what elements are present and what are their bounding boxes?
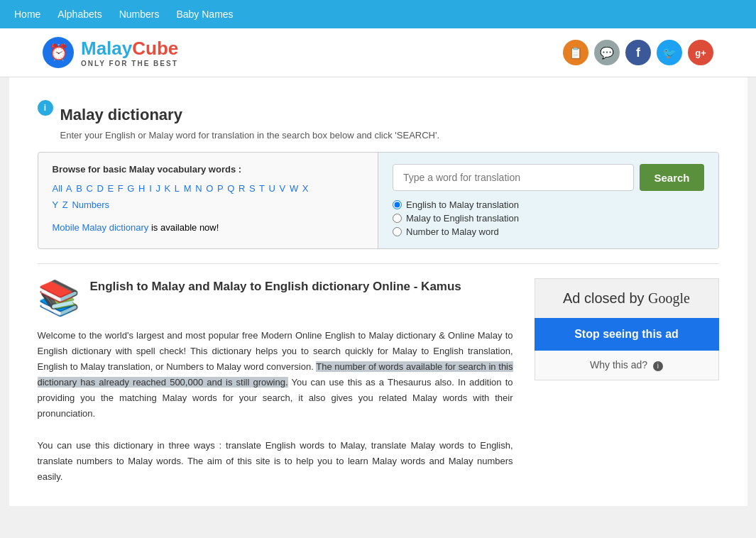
logo-text: MalayCube ONLY FOR THE BEST — [81, 38, 178, 67]
alpha-x[interactable]: X — [302, 183, 309, 194]
content-section: 📚 English to Malay and Malay to English … — [38, 278, 719, 485]
alpha-w[interactable]: W — [290, 183, 298, 194]
mobile-dict-link[interactable]: Mobile Malay dictionary — [53, 222, 149, 233]
alpha-d[interactable]: D — [97, 183, 103, 194]
ad-closed-by: Ad closed by — [563, 290, 648, 306]
site-header: ⏰ MalayCube ONLY FOR THE BEST 📋 💬 f 🐦 g+ — [0, 28, 756, 77]
alpha-j[interactable]: J — [155, 183, 160, 194]
alpha-e[interactable]: E — [107, 183, 114, 194]
nav-baby-names[interactable]: Baby Names — [176, 9, 233, 20]
alpha-numbers[interactable]: Numbers — [72, 199, 109, 210]
why-this-ad-button[interactable]: Why this ad? i — [535, 351, 719, 380]
alpha-g[interactable]: G — [127, 183, 134, 194]
alpha-u[interactable]: U — [269, 183, 275, 194]
page-title: Malay dictionary — [60, 106, 440, 124]
alpha-q[interactable]: Q — [227, 183, 234, 194]
ad-panel: Ad closed by Google Stop seeing this ad … — [535, 278, 719, 485]
alpha-o[interactable]: O — [206, 183, 213, 194]
top-navigation: Home Alphabets Numbers Baby Names — [0, 0, 756, 28]
logo-malay: Malay — [81, 38, 132, 59]
translation-options: English to Malay translation Malay to En… — [393, 199, 704, 237]
search-panel: Search English to Malay translation Mala… — [378, 153, 718, 248]
browse-panel: Browse for basic Malay vocabulary words … — [38, 153, 379, 248]
page-subtitle: Enter your English or Malay word for tra… — [60, 130, 440, 141]
alpha-m[interactable]: M — [184, 183, 192, 194]
alpha-a[interactable]: A — [66, 183, 72, 194]
logo-tagline: ONLY FOR THE BEST — [81, 60, 178, 67]
alpha-t[interactable]: T — [259, 183, 265, 194]
browse-search-section: Browse for basic Malay vocabulary words … — [38, 152, 719, 249]
alpha-k[interactable]: K — [165, 183, 171, 194]
malay-to-english-label: Malay to English translation — [406, 213, 519, 224]
browse-title: Browse for basic Malay vocabulary words … — [53, 164, 364, 175]
alpha-r[interactable]: R — [239, 183, 245, 194]
social-icons: 📋 💬 f 🐦 g+ — [563, 40, 713, 65]
alpha-n[interactable]: N — [195, 183, 202, 194]
alpha-c[interactable]: C — [86, 183, 92, 194]
why-this-ad-label: Why this ad? — [590, 359, 647, 370]
logo-name: MalayCube — [81, 38, 178, 60]
google-label: Google — [648, 290, 690, 306]
alpha-y[interactable]: Y — [53, 199, 59, 210]
ad-closed-header: Ad closed by Google — [535, 278, 719, 318]
article-title: English to Malay and Malay to English di… — [90, 278, 461, 295]
bookmark-button[interactable]: 📋 — [563, 40, 588, 65]
alpha-l[interactable]: L — [175, 183, 180, 194]
twitter-button[interactable]: 🐦 — [657, 40, 682, 65]
search-button[interactable]: Search — [640, 164, 703, 191]
nav-numbers[interactable]: Numbers — [119, 9, 160, 20]
facebook-button[interactable]: f — [625, 40, 651, 65]
stop-seeing-ad-button[interactable]: Stop seeing this ad — [535, 318, 719, 351]
mobile-link: Mobile Malay dictionary is available now… — [53, 222, 364, 233]
logo-icon: ⏰ — [43, 37, 74, 68]
main-article: 📚 English to Malay and Malay to English … — [38, 278, 513, 485]
alpha-f[interactable]: F — [118, 183, 124, 194]
alpha-all[interactable]: All — [53, 183, 62, 194]
main-content: i Malay dictionary Enter your English or… — [9, 77, 747, 506]
alpha-s[interactable]: S — [249, 183, 256, 194]
alpha-p[interactable]: P — [217, 183, 224, 194]
number-to-malay-label: Number to Malay word — [406, 226, 499, 237]
section-divider — [38, 263, 719, 264]
why-info-icon: i — [653, 361, 663, 371]
mobile-suffix: is available now! — [148, 222, 219, 233]
info-icon: i — [38, 100, 53, 116]
nav-alphabets[interactable]: Alphabets — [57, 9, 102, 20]
alpha-v[interactable]: V — [280, 183, 286, 194]
alpha-links: All A B C D E F G H I J K L M N O P Q R … — [53, 180, 364, 214]
article-body: Welcome to the world's largest and most … — [38, 328, 513, 485]
logo-cube: Cube — [132, 38, 178, 59]
search-input[interactable] — [393, 164, 634, 191]
whatsapp-button[interactable]: 💬 — [594, 40, 620, 65]
logo-area: ⏰ MalayCube ONLY FOR THE BEST — [43, 37, 178, 68]
alpha-b[interactable]: B — [76, 183, 82, 194]
nav-home[interactable]: Home — [14, 9, 40, 20]
book-icon: 📚 — [38, 278, 80, 318]
article-body-3: You can use this dictionary in three way… — [38, 438, 513, 485]
alpha-z[interactable]: Z — [62, 199, 68, 210]
search-row: Search — [393, 164, 704, 191]
alpha-h[interactable]: H — [138, 183, 145, 194]
english-to-malay-option[interactable]: English to Malay translation — [393, 199, 704, 210]
number-to-malay-option[interactable]: Number to Malay word — [393, 226, 704, 237]
article-header: 📚 English to Malay and Malay to English … — [38, 278, 513, 318]
alpha-i[interactable]: I — [149, 183, 152, 194]
english-to-malay-label: English to Malay translation — [406, 199, 519, 210]
malay-to-english-option[interactable]: Malay to English translation — [393, 213, 704, 224]
gplus-button[interactable]: g+ — [688, 40, 713, 65]
